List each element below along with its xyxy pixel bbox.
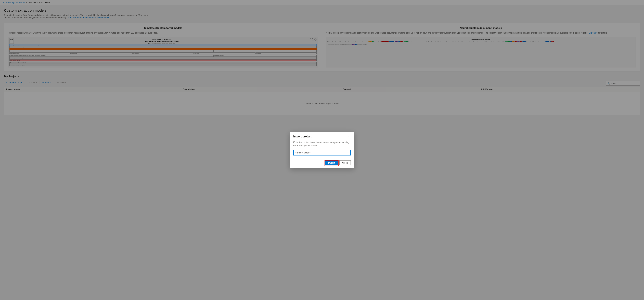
modal-overlay[interactable]: Import project ✕ Enter the project token… [0, 0, 644, 299]
modal-body: Enter the project token to continue work… [290, 141, 354, 158]
import-project-modal: Import project ✕ Enter the project token… [290, 132, 354, 168]
import-confirm-button[interactable]: Import [325, 160, 338, 165]
modal-cancel-button[interactable]: Close [340, 160, 351, 165]
project-token-input[interactable]: <project-token> [293, 150, 351, 155]
modal-footer: Import Close [290, 158, 354, 168]
modal-title: Import project [293, 135, 312, 138]
modal-header: Import project ✕ [290, 132, 354, 141]
modal-description: Enter the project token to continue work… [293, 141, 351, 147]
modal-close-button[interactable]: ✕ [347, 135, 351, 139]
